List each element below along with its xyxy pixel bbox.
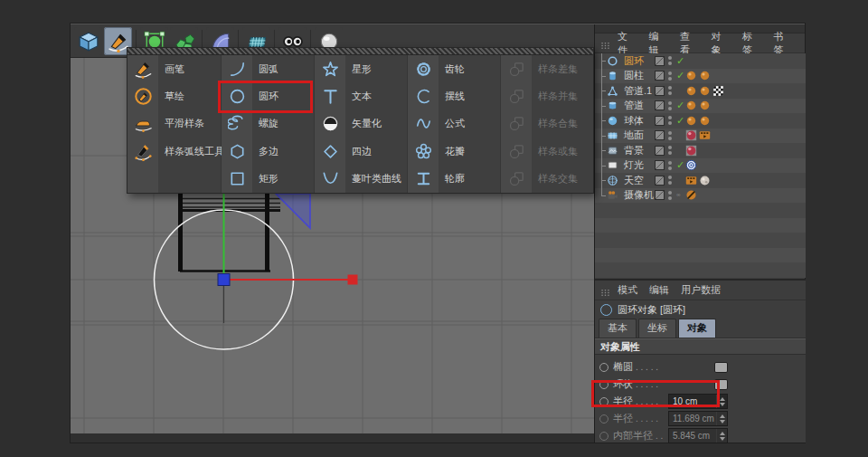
- tab-basic[interactable]: 基本: [599, 319, 637, 338]
- keyframe-ring-icon[interactable]: [599, 414, 609, 424]
- layer-toggle[interactable]: [655, 160, 665, 170]
- menu-item-spline-arc-tool[interactable]: 样条弧线工具: [127, 138, 221, 165]
- om-camera-icon: [607, 189, 620, 202]
- tag-dot-icon[interactable]: [699, 85, 712, 97]
- menu-item-draw-pen[interactable]: 画笔: [127, 55, 221, 82]
- object-row-灯光[interactable]: 灯光✓: [595, 158, 806, 174]
- object-row-圆柱[interactable]: 圆柱✓: [595, 69, 806, 84]
- visibility-dots[interactable]: [668, 175, 672, 186]
- layer-toggle[interactable]: [655, 71, 665, 81]
- menu-item-quad[interactable]: 四边: [315, 138, 407, 165]
- tree-branch: [595, 83, 607, 99]
- menu-item-sketch-pen[interactable]: 草绘: [127, 82, 221, 109]
- object-manager-menu-5[interactable]: 标签: [742, 30, 762, 57]
- attribute-manager-menu-1[interactable]: 模式: [618, 283, 637, 297]
- keyframe-ring-icon[interactable]: [599, 432, 609, 441]
- object-row-背景[interactable]: 背景: [595, 143, 806, 158]
- menu-item-star[interactable]: 星形: [315, 55, 407, 82]
- object-row-天空[interactable]: 天空: [595, 173, 806, 188]
- om-circle-icon: [607, 54, 620, 67]
- layer-toggle[interactable]: [655, 86, 665, 96]
- layer-toggle[interactable]: [655, 56, 665, 66]
- visibility-dots[interactable]: [668, 55, 672, 66]
- menu-item-text[interactable]: 文本: [315, 82, 407, 109]
- tag-material-red-icon[interactable]: [685, 129, 698, 141]
- object-properties-header: 对象属性: [595, 338, 806, 355]
- checkbox-椭圆[interactable]: [714, 362, 728, 373]
- visibility-dots[interactable]: [668, 71, 672, 81]
- object-manager-menu-4[interactable]: 对象: [712, 30, 731, 57]
- attribute-manager-menu-2[interactable]: 编辑: [649, 283, 669, 297]
- visibility-dots[interactable]: [668, 85, 672, 96]
- menu-item-cissoid[interactable]: 蔓叶类曲线: [315, 166, 407, 193]
- tab-object[interactable]: 对象: [678, 319, 716, 338]
- keyframe-ring-icon[interactable]: [599, 363, 609, 372]
- leader-dots: . . . . .: [633, 362, 713, 372]
- layer-toggle[interactable]: [655, 190, 665, 200]
- object-manager-menu-1[interactable]: 文件: [618, 30, 637, 57]
- object-row-管道.1[interactable]: 管道.1: [595, 83, 806, 99]
- attribute-manager-menu-3[interactable]: 用户数据: [681, 283, 721, 297]
- object-row-管道[interactable]: 管道✓: [595, 99, 806, 114]
- tag-target-icon[interactable]: [685, 159, 698, 171]
- menu-item-profile[interactable]: 轮廓: [408, 166, 500, 193]
- object-row-球体[interactable]: 球体✓: [595, 113, 806, 129]
- spline-bool-icon: [501, 86, 532, 108]
- visibility-dots[interactable]: [668, 160, 672, 171]
- visibility-dots[interactable]: [668, 130, 672, 141]
- tag-dot-icon[interactable]: [699, 70, 712, 81]
- object-row-圆环[interactable]: 圆环✓: [595, 53, 806, 69]
- text-icon: [315, 86, 345, 108]
- tag-film-icon[interactable]: [685, 175, 698, 186]
- tag-checker-icon[interactable]: [712, 85, 725, 97]
- visibility-dots[interactable]: [668, 145, 672, 156]
- object-manager-menu-6[interactable]: 书签: [774, 30, 794, 57]
- visibility-dots[interactable]: [668, 100, 672, 111]
- tag-dot-icon[interactable]: [699, 115, 712, 127]
- tag-dot-icon[interactable]: [685, 70, 698, 81]
- menu-item-gear[interactable]: 齿轮: [408, 55, 500, 82]
- object-manager-menu-3[interactable]: 查看: [680, 30, 700, 57]
- object-row-摄像机[interactable]: 摄像机◦◦: [595, 188, 806, 204]
- tag-dot-icon[interactable]: [685, 100, 698, 111]
- menu-item-helix[interactable]: 螺旋: [222, 110, 314, 138]
- menu-item-polygon[interactable]: 多边: [222, 138, 314, 165]
- tag-dot-icon[interactable]: [699, 100, 712, 111]
- visibility-dots[interactable]: [668, 190, 672, 201]
- viewport-bottom-strip: [71, 433, 594, 443]
- menu-tearoff-strip[interactable]: [127, 47, 594, 54]
- object-tags: [685, 175, 712, 186]
- menu-item-flower[interactable]: 花瓣: [408, 138, 500, 165]
- formula-icon: [408, 113, 439, 135]
- menu-item-vectorize[interactable]: 矢量化: [315, 110, 407, 138]
- tag-forbidden-icon[interactable]: [685, 189, 698, 201]
- tag-dot-icon[interactable]: [685, 115, 698, 127]
- object-row-地面[interactable]: 地面: [595, 129, 806, 144]
- layer-toggle[interactable]: [655, 176, 665, 186]
- layer-toggle[interactable]: [655, 100, 665, 110]
- object-toggles: [655, 175, 687, 186]
- tab-coordinates[interactable]: 坐标: [638, 319, 676, 338]
- menu-item-formula[interactable]: 公式: [408, 110, 500, 138]
- menu-item-label: 圆弧: [252, 62, 278, 76]
- menu-item-spline-bool: 样条或集: [501, 138, 593, 165]
- z-axis-grab: [218, 274, 230, 286]
- visibility-dots[interactable]: [668, 115, 672, 126]
- layer-toggle[interactable]: [655, 146, 665, 156]
- tag-film-icon[interactable]: [699, 129, 712, 141]
- tag-texture-sphere-icon[interactable]: [699, 175, 712, 186]
- tool-cube-button[interactable]: [74, 27, 102, 55]
- smooth-spline-icon: [127, 113, 158, 135]
- tag-material-red-icon[interactable]: [685, 145, 698, 157]
- menu-item-smooth-spline[interactable]: 平滑样条: [127, 110, 221, 138]
- menu-item-cycloid[interactable]: 摆线: [408, 82, 500, 109]
- tag-dot-icon[interactable]: [685, 85, 698, 97]
- layer-toggle[interactable]: [655, 116, 665, 126]
- enable-check[interactable]: ✓: [676, 56, 687, 66]
- object-manager-menu-2[interactable]: 编辑: [649, 30, 669, 57]
- menu-item-spline-bool: 样条差集: [501, 55, 593, 82]
- layer-toggle[interactable]: [655, 130, 665, 140]
- menu-item-rectangle[interactable]: 矩形: [222, 166, 314, 193]
- menu-item-label: 摆线: [439, 90, 465, 103]
- menu-item-arc[interactable]: 圆弧: [222, 55, 314, 82]
